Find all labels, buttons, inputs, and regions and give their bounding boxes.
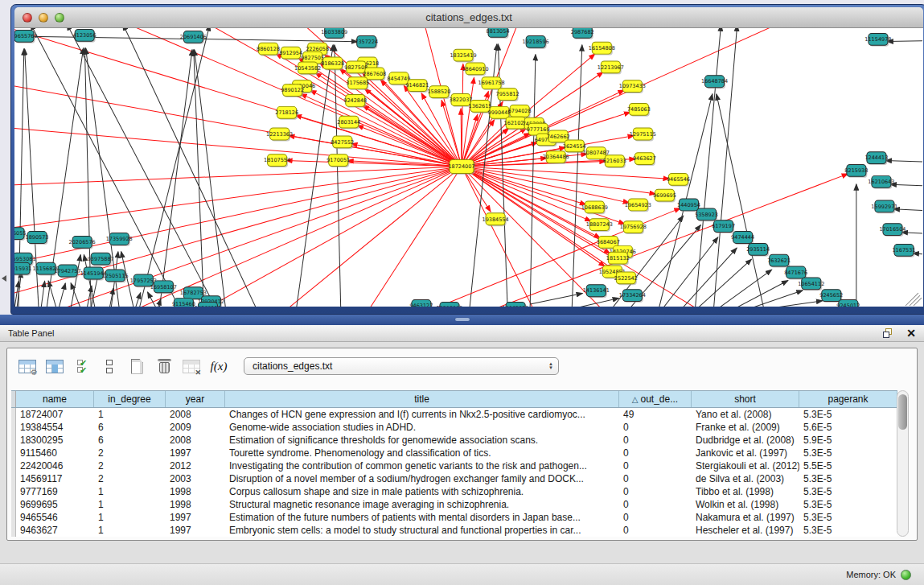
graph-node[interactable]: 2718126 [275,106,298,119]
graph-node[interactable]: 1244413 [864,152,888,165]
graph-node[interactable]: 8860128 [257,43,280,56]
split-divider-handle-icon[interactable] [455,318,470,321]
graph-node[interactable]: 4123056 [73,29,97,42]
column-header-in_degree[interactable]: in_degree [94,391,166,407]
graph-node[interactable]: 9463127 [409,300,433,307]
close-panel-icon[interactable]: ✕ [906,328,916,339]
graph-node[interactable]: 18724007 [448,160,474,175]
graph-node[interactable]: 19655761 [14,30,38,43]
graph-node[interactable]: 3175685 [346,77,369,90]
graph-node[interactable]: 6216033 [603,155,626,168]
graph-node[interactable]: 9146821 [405,80,429,93]
graph-node[interactable]: 8912954 [279,47,302,60]
graph-node[interactable]: 10973433 [619,80,646,93]
graph-node[interactable]: 6179197 [712,220,735,233]
table-options-button[interactable]: ⚙ [14,354,41,378]
graph-node[interactable]: 16154808 [589,42,615,55]
graph-node[interactable]: 18107554 [264,154,290,167]
graph-node[interactable]: 3915931 [14,262,31,275]
graph-node[interactable]: 5358923 [695,208,718,221]
vertical-scrollbar[interactable] [897,390,909,537]
graph-node[interactable]: 1588520 [427,86,450,99]
table-row[interactable]: 946554611997Estimation of the future num… [11,511,897,524]
graph-node[interactable]: 16648784 [701,76,728,89]
column-header-out_de[interactable]: △out_de... [619,391,692,407]
table-row[interactable]: 1456911722003Disruption of a novel membe… [11,472,897,485]
graph-node[interactable]: 7485063 [627,103,651,116]
graph-node[interactable]: 17359928 [106,233,133,246]
graph-node[interactable]: 19384554 [483,213,509,226]
graph-node[interactable]: 19756928 [620,221,647,234]
graph-node[interactable]: 8186328 [321,57,344,70]
column-header-year[interactable]: year [166,391,225,407]
select-columns-button[interactable]: ✔ ✔ [68,354,96,378]
graph-node[interactable]: 18807243 [586,219,613,232]
graph-node[interactable]: 9474444 [731,232,754,245]
graph-node[interactable]: 18325419 [450,49,476,62]
graph-node[interactable]: 20691406 [180,31,207,43]
graph-node[interactable]: 17942757 [55,265,81,278]
graph-node[interactable]: 7357224 [355,35,378,48]
column-header-pagerank[interactable]: pagerank [799,391,897,407]
table-row[interactable]: 977716911998Corpus callosum shape and si… [11,485,897,498]
graph-node[interactable]: 12975115 [630,128,656,141]
graph-node[interactable]: 18640910 [462,63,488,76]
split-divider[interactable] [0,315,924,325]
delete-table-button[interactable] [150,354,178,378]
graph-node[interactable]: 12213363 [266,128,293,141]
graph-node[interactable]: 10065321 [503,303,529,307]
graph-node[interactable]: 93975887 [88,253,114,266]
graph-node[interactable]: 9465546 [667,173,690,186]
graph-node[interactable]: 10654112 [798,278,824,290]
graph-node[interactable]: 2935114 [746,243,770,256]
new-table-button[interactable] [123,354,150,378]
graph-node[interactable]: 9699695 [653,189,676,202]
column-header-title[interactable]: title [225,391,619,407]
graph-node[interactable]: 19218596 [523,35,549,48]
graph-node[interactable]: 14136141 [583,285,610,298]
graph-node[interactable]: 16958107 [150,281,177,294]
network-window-titlebar[interactable]: citations_edges.txt [14,7,923,28]
graph-node[interactable]: 9242848 [343,95,367,108]
graph-node[interactable]: 19654923 [625,199,651,212]
graph-node[interactable]: 20206576 [69,237,96,249]
network-canvas[interactable]: 1872400788601288912954222605898275058186… [14,28,923,307]
graph-node[interactable]: 9170051 [326,154,350,167]
graph-node[interactable]: 8813054 [487,28,510,39]
graph-node[interactable]: 2803144 [337,116,360,129]
scrollbar-thumb[interactable] [898,394,907,430]
graph-node[interactable]: 8215938 [844,165,868,178]
graph-node[interactable]: 2526055 [14,228,26,241]
column-header-short[interactable]: short [692,391,799,407]
graph-node[interactable]: 15992971 [871,200,897,213]
graph-node[interactable]: 12505115 [102,270,129,282]
table-row[interactable]: 969969511998Structural magnetic resonanc… [11,498,897,511]
graph-node[interactable]: 16033809 [321,28,347,39]
graph-node[interactable]: 7955812 [496,89,519,101]
graph-node[interactable]: 10543582 [294,62,321,75]
graph-node[interactable]: 9890122 [281,84,304,97]
table-selector-dropdown[interactable]: citations_edges.txt ▲▼ [244,357,559,375]
graph-node[interactable]: 1815132 [606,252,630,265]
graph-node[interactable]: 11154978 [864,33,891,46]
table-row[interactable]: 946362711997Embryonic stem cells: a mode… [11,524,897,537]
graph-node[interactable]: 17016504 [879,224,906,237]
resize-grip-icon[interactable] [914,298,922,306]
graph-node[interactable]: 16210643 [868,175,894,188]
graph-node[interactable]: 17334264 [619,290,646,303]
table-row[interactable]: 1872400712008Changes of HCN gene express… [11,408,897,421]
graph-node[interactable]: 1890573 [26,232,49,245]
graph-node[interactable]: 9245012 [836,300,860,307]
graph-node[interactable]: 7632621 [767,254,791,267]
graph-node[interactable]: 9463627 [633,153,656,166]
show-columns-button[interactable] [41,354,68,378]
graph-node[interactable]: 9115460 [172,299,195,307]
table-row[interactable]: 2242004622012Investigating the contribut… [11,459,897,472]
table-row[interactable]: 1830029562008Estimation of significance … [11,434,897,447]
graph-node[interactable]: 20364486 [543,151,569,164]
graph-node[interactable]: 12213967 [598,61,624,74]
graph-node[interactable]: 18303095 [436,303,462,307]
graph-node[interactable]: 1167531 [892,244,915,257]
function-builder-button[interactable]: f(x) [205,354,232,378]
column-header-name[interactable]: name [16,391,94,407]
